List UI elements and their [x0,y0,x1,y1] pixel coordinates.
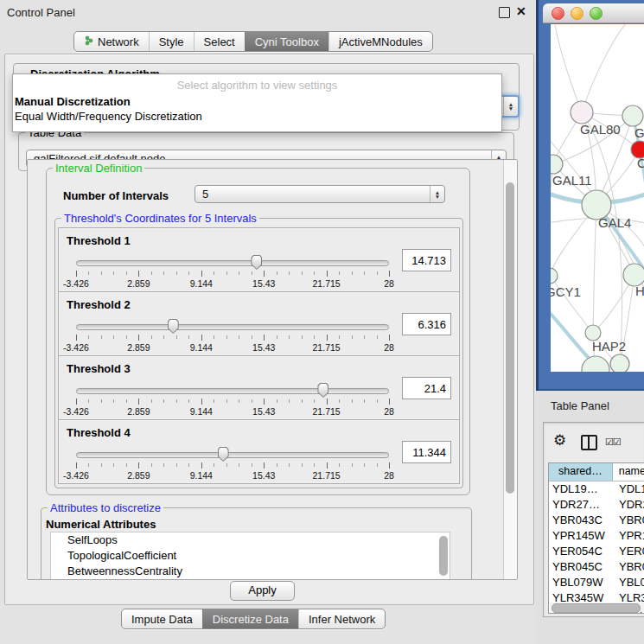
column-layout-icon[interactable] [581,435,597,450]
network-canvas[interactable]: GAL80GACGAL11GAL4GCY1HHAP2 [551,24,644,372]
close-traffic-light[interactable] [552,7,564,20]
cell-name: YBR0 [613,559,644,575]
slider-track[interactable] [76,324,389,330]
column-header-name[interactable]: name [613,463,644,481]
threshold-label: Threshold 1 [67,234,131,247]
tick-label: -3.426 [63,470,89,481]
control-panel-titlebar: Control Panel ✕ [0,0,536,24]
float-window-icon[interactable] [499,7,510,18]
slider-ticks [76,399,389,405]
threshold-panel-4: Threshold 4-3.4262.8599.14415.4321.71528… [58,419,460,484]
slider-tick-labels: -3.4262.8599.14415.4321.71528 [76,278,389,289]
network-node-gcy1[interactable] [551,268,558,284]
tab-infer-network[interactable]: Infer Network [298,609,385,628]
table-row[interactable]: YBR043CYBR0 [549,513,644,528]
tab-cyni-toolbox[interactable]: Cyni Toolbox [245,32,328,51]
table-row[interactable]: YPR145WYPR1 [549,528,644,544]
tick-label: -3.426 [63,342,89,353]
table-row[interactable]: YBL079WYBL0 [549,575,644,590]
threshold-panel-3: Threshold 3-3.4262.8599.14415.4321.71528… [58,355,460,420]
tab-network[interactable]: Network [74,32,149,51]
number-of-intervals-label: Number of Intervals [63,189,169,202]
network-edge[interactable] [555,24,582,112]
table-row[interactable]: YER054CYER0 [549,544,644,559]
threshold-label: Threshold 4 [67,426,131,439]
node-label-gal4: GAL4 [598,215,631,230]
scrollbar-thumb[interactable] [506,182,514,494]
zoom-traffic-light[interactable] [590,7,603,20]
slider-thumb[interactable] [218,447,229,462]
threshold-value-field[interactable]: 21.4 [402,377,451,399]
slider-thumb[interactable] [251,255,262,270]
cyni-bottom-tab-bar: Impute DataDiscretize DataInfer Network [121,609,386,629]
minimize-traffic-light[interactable] [571,7,583,20]
slider-tick-labels: -3.4262.8599.14415.4321.71528 [76,406,389,417]
apply-button[interactable]: Apply [230,581,295,601]
network-node-node[interactable] [610,354,629,372]
threshold-value-field[interactable]: 11.344 [402,441,451,463]
slider-track[interactable] [76,260,389,266]
threshold-slider[interactable]: -3.4262.8599.14415.4321.71528 [76,386,389,418]
combo-stepper-icon[interactable]: ▲▼ [430,186,444,202]
attribute-list-item[interactable]: SelfLoops [51,532,450,548]
threshold-slider[interactable]: -3.4262.8599.14415.4321.71528 [76,258,389,290]
threshold-slider[interactable]: -3.4262.8599.14415.4321.71528 [76,322,389,354]
network-node-node[interactable] [622,105,643,126]
threshold-slider[interactable]: -3.4262.8599.14415.4321.71528 [76,450,389,482]
popup-placeholder: Select algorithm to view settings [13,79,501,92]
cell-shared-name: YPR145W [549,528,613,544]
settings-vertical-scrollbar[interactable] [503,160,517,579]
cell-shared-name: YBR043C [549,513,613,528]
control-panel-title: Control Panel [7,6,75,19]
slider-thumb[interactable] [168,319,179,334]
node-label-hap2: HAP2 [592,339,626,354]
tick-label: 21.715 [313,470,341,481]
network-node-node[interactable] [582,356,609,372]
network-window-titlebar[interactable] [543,3,644,23]
tick-label: 2.859 [127,406,150,417]
network-node-gal11[interactable] [551,155,563,174]
attributes-list-scrollbar[interactable] [437,532,450,580]
slider-thumb[interactable] [317,383,328,398]
network-edge[interactable] [582,24,628,112]
node-label-h: H [635,284,644,298]
table-row[interactable]: YBR045CYBR0 [549,559,644,575]
scrollbar-thumb[interactable] [552,603,641,613]
tab-label: Style [159,35,184,48]
slider-track[interactable] [76,388,389,394]
tick-label: 28 [384,470,394,481]
column-header-shared-name[interactable]: shared… [549,463,613,481]
table-row[interactable]: YDR27…YDR2 [549,497,644,513]
threshold-value-field[interactable]: 6.316 [402,313,451,335]
attribute-list-item[interactable]: BetweennessCentrality [51,564,450,579]
combo-stepper-icon[interactable]: ▲▼ [503,97,518,116]
slider-track[interactable] [76,452,389,458]
node-label-gal80: GAL80 [580,122,621,137]
popup-item-manual-discretization[interactable]: Manual Discretization [13,94,501,109]
table-row[interactable]: YDL19…YDL1 [549,481,644,497]
slider-ticks [76,462,389,469]
interval-definition-group: Interval Definition Number of Intervals … [46,168,470,495]
threshold-panel-1: Threshold 1-3.4262.8599.14415.4321.71528… [58,227,460,292]
tick-label: 9.144 [190,278,213,289]
checkbox-icons[interactable]: ☑☑ [605,437,621,448]
network-node-gal80[interactable] [571,101,593,124]
network-edge[interactable] [593,205,596,333]
scrollbar-thumb[interactable] [439,536,448,576]
tab-impute-data[interactable]: Impute Data [122,609,202,628]
number-of-intervals-combobox[interactable]: 5 ▲▼ [194,185,445,203]
tab-jactivemnodules[interactable]: jActiveMNodules [328,32,432,51]
gear-icon[interactable]: ⚙ [553,431,566,450]
popup-item-equal-width[interactable]: Equal Width/Frequency Discretization [13,109,501,124]
threshold-value-field[interactable]: 14.713 [402,249,451,271]
cell-name: YDL1 [613,481,644,497]
tab-select[interactable]: Select [194,32,245,51]
table-horizontal-scrollbar[interactable] [550,603,644,612]
close-icon[interactable]: ✕ [516,4,526,18]
cell-shared-name: YBL079W [549,575,613,590]
threshold-label: Threshold 2 [67,298,131,311]
attribute-list-item[interactable]: TopologicalCoefficient [51,548,450,564]
settings-scroll-area: Interval Definition Number of Intervals … [27,159,518,580]
tab-style[interactable]: Style [149,32,194,51]
tab-discretize-data[interactable]: Discretize Data [202,609,298,628]
